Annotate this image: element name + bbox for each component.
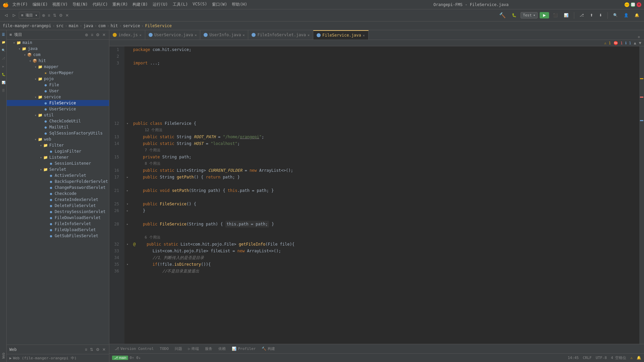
tree-item-file[interactable]: ● File xyxy=(7,82,109,88)
menu-window[interactable]: 窗口(W) xyxy=(210,1,229,8)
warning-count[interactable]: ⚠ 1 xyxy=(604,41,611,45)
tree-item-main[interactable]: ▾ 📁 main xyxy=(7,40,109,46)
left-icon-run[interactable]: ▶ xyxy=(0,62,7,70)
tab-fileservice[interactable]: FileService.java ✕ xyxy=(313,30,369,40)
warning-up-icon[interactable]: ▲ xyxy=(634,41,636,45)
menu-navigate[interactable]: 导航(N) xyxy=(70,1,90,8)
left-icon-search[interactable]: 🔍 xyxy=(0,46,7,54)
tab-userinfo[interactable]: UserInfo.java ✕ xyxy=(200,30,248,40)
left-icon-debug[interactable]: 🐛 xyxy=(0,70,7,79)
project-panel-button[interactable]: ≡ 项目 ▾ xyxy=(19,12,40,19)
fold-constructor2-btn[interactable]: ▸ xyxy=(124,221,130,227)
vc-status-button[interactable]: ⎇ main xyxy=(112,356,128,360)
tab-fileservice-close[interactable]: ✕ xyxy=(363,34,365,37)
tree-item-service[interactable]: ▾ 📁 service xyxy=(7,94,109,100)
tree-item-activeservlet[interactable]: ● ActiveServlet xyxy=(7,172,109,178)
notifications-button[interactable]: 🔔 xyxy=(633,12,641,18)
status-encoding[interactable]: UTF-8 xyxy=(596,356,607,360)
bottom-tab-deps[interactable]: 依赖 xyxy=(216,346,228,352)
breadcrumb-java[interactable]: java xyxy=(84,23,93,28)
code-content[interactable]: package com.hit.service; import ...; xyxy=(130,46,639,344)
tree-item-sqlsession[interactable]: ● SqlSessionFactoryUtils xyxy=(7,130,109,136)
menu-help[interactable]: 帮助(H) xyxy=(230,1,249,8)
menu-refactor[interactable]: 重构(R) xyxy=(110,1,130,8)
breadcrumb-service[interactable]: service xyxy=(123,23,140,28)
menu-vcs[interactable]: VCS(S) xyxy=(191,1,209,8)
breadcrumb-com[interactable]: com xyxy=(98,23,106,28)
file-tree-settings[interactable]: ⚙ xyxy=(95,32,100,38)
maximize-button[interactable]: ⬜ xyxy=(631,2,635,7)
error-count[interactable]: ⛔ 1 xyxy=(613,41,623,45)
warning-down-icon[interactable]: ▼ xyxy=(639,41,641,45)
tree-item-com[interactable]: ▾ 📦 com xyxy=(7,52,109,58)
tab-userinfo-close[interactable]: ✕ xyxy=(243,33,245,37)
bottom-tab-services[interactable]: 服务 xyxy=(202,346,215,352)
tab-recent-files[interactable]: ≡ xyxy=(637,34,641,40)
tree-item-fileupload[interactable]: ● FileUploadServlet xyxy=(7,227,109,233)
tab-fileinfoservlet[interactable]: FileInfoServlet.java ✕ xyxy=(248,30,313,40)
web-panel-item[interactable]: ▶ Web (file-manger-orangepi 中) xyxy=(7,354,109,362)
test-config-dropdown[interactable]: Test ▾ xyxy=(521,12,538,18)
status-warnings-icon[interactable]: ⚠ xyxy=(630,356,633,360)
fold-if-btn[interactable]: ▾ xyxy=(124,261,130,268)
breadcrumb-src[interactable]: src xyxy=(56,23,64,28)
tree-item-servlet[interactable]: ▾ 📁 Servlet xyxy=(7,166,109,172)
tree-item-createindex[interactable]: ● CreateIndexServlet xyxy=(7,197,109,203)
bottom-tab-issue[interactable]: 问题 xyxy=(172,346,185,352)
left-icon-2[interactable]: 📁 xyxy=(0,38,7,46)
tree-item-getsubfiles[interactable]: ● GetSubFilesServlet xyxy=(7,233,109,239)
bottom-tab-build[interactable]: 🔨 构建 xyxy=(259,346,278,352)
stop-button[interactable]: ⬛ xyxy=(551,12,560,18)
toolbar-icon2[interactable]: ≡ xyxy=(47,12,51,18)
left-icon-vcs[interactable]: ⎇ xyxy=(0,54,7,62)
fold-constructor1-btn[interactable]: ▾ xyxy=(124,201,130,207)
toolbar-icon1[interactable]: ⊕ xyxy=(41,12,46,18)
fold-getfileinfo-btn[interactable]: ▾ xyxy=(124,241,130,248)
run-button[interactable]: ▶ xyxy=(540,12,549,18)
status-notifications[interactable]: 🔔 xyxy=(637,356,641,360)
tree-item-mapper[interactable]: ▾ 📁 mapper xyxy=(7,64,109,70)
pull-button[interactable]: ⬇ xyxy=(597,12,604,18)
collapse-all-button[interactable]: ≡ xyxy=(90,32,94,38)
tree-item-destroysession[interactable]: ● DestroySessionServlet xyxy=(7,209,109,215)
status-indent[interactable]: 4 空格位 xyxy=(611,355,626,360)
minimize-button[interactable]: — xyxy=(625,2,629,7)
breadcrumb-main[interactable]: main xyxy=(69,23,78,28)
tree-item-user[interactable]: ● User xyxy=(7,88,109,94)
tree-item-listener[interactable]: ▾ 📁 Listener xyxy=(7,154,109,160)
user-button[interactable]: 👤 xyxy=(622,12,631,18)
bottom-tab-terminal[interactable]: ▷ 终端 xyxy=(185,346,202,352)
menu-tools[interactable]: 工具(L) xyxy=(171,1,190,8)
tree-item-backsuper[interactable]: ● BackSuperFolderServlet xyxy=(7,178,109,185)
tree-item-mailutil[interactable]: ● MailUtil xyxy=(7,124,109,130)
breadcrumb-hit[interactable]: hit xyxy=(111,23,118,28)
tab-index-js-close[interactable]: ✕ xyxy=(140,33,142,37)
toolbar-settings[interactable]: ⚙ xyxy=(58,12,63,18)
file-tree-close[interactable]: ✕ xyxy=(102,32,106,38)
tab-fileinfoservlet-close[interactable]: ✕ xyxy=(308,33,310,37)
tree-item-loginfilter[interactable]: ● LoginFilter xyxy=(7,148,109,154)
web-panel-btn2[interactable]: ⇅ xyxy=(89,347,94,353)
toolbar-debug-btn[interactable]: 🐛 xyxy=(510,12,519,18)
coverage-button[interactable]: 📊 xyxy=(562,12,571,18)
push-button[interactable]: ⬆ xyxy=(588,12,595,18)
tree-item-deletefile[interactable]: ● DeleteFileServlet xyxy=(7,203,109,209)
code-editor[interactable]: 1 2 3 12 13 14 15 16 17 xyxy=(109,46,644,344)
fold-setpath-btn[interactable]: ▸ xyxy=(124,187,130,194)
tree-item-sessionlistener[interactable]: ● SessionListener xyxy=(7,160,109,166)
toolbar-back-button[interactable]: ◁ xyxy=(3,12,9,18)
info-count[interactable]: ℹ 1 xyxy=(625,41,631,45)
tab-userservice-close[interactable]: ✕ xyxy=(195,33,197,37)
toolbar-close-panel[interactable]: ✕ xyxy=(65,12,69,18)
web-panel-close[interactable]: ✕ xyxy=(102,347,106,353)
web-panel-settings[interactable]: ⚙ xyxy=(95,347,100,353)
vcs-button[interactable]: ⎇ xyxy=(578,12,586,18)
tree-item-filter[interactable]: ▾ 📁 Filter xyxy=(7,142,109,148)
tree-item-hit[interactable]: ▾ 📦 hit xyxy=(7,58,109,64)
menu-view[interactable]: 视图(V) xyxy=(50,1,70,8)
tree-item-userservice[interactable]: ● UserService xyxy=(7,106,109,112)
tree-item-java[interactable]: ▾ 📁 java xyxy=(7,46,109,52)
fold-getpath-btn[interactable]: ▸ xyxy=(124,174,130,180)
tree-item-fileinfoservlet[interactable]: ● FileInfoServlet xyxy=(7,221,109,227)
tab-userservice[interactable]: UserService.java ✕ xyxy=(145,30,201,40)
